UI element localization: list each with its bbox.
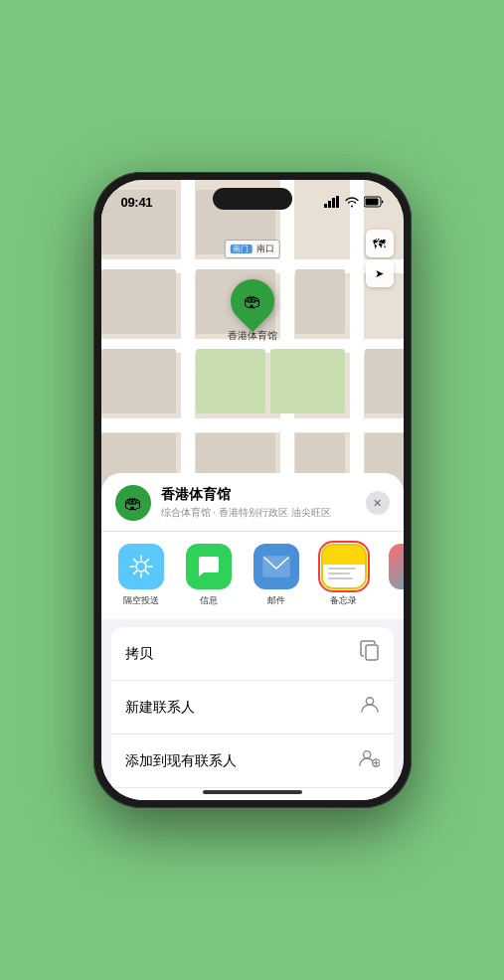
airdrop-label: 隔空投送 xyxy=(123,594,159,607)
block6 xyxy=(101,269,176,334)
svg-point-9 xyxy=(366,698,373,705)
phone-frame: 09:41 xyxy=(93,172,412,808)
venue-header: 🏟 香港体育馆 综合体育馆 · 香港特别行政区 油尖旺区 ✕ xyxy=(101,473,404,531)
svg-rect-1 xyxy=(328,201,331,208)
home-indicator xyxy=(203,790,302,794)
notes-label: 备忘录 xyxy=(330,594,357,607)
share-item-airdrop[interactable]: 隔空投送 xyxy=(111,544,171,607)
map-area: 南门 南口 🗺 ➤ 🏟 香港体育馆 xyxy=(101,180,404,498)
marker-icon: 🏟 xyxy=(244,291,261,312)
block7 xyxy=(101,349,176,413)
svg-rect-5 xyxy=(365,199,378,206)
dynamic-island xyxy=(213,188,292,210)
messages-icon xyxy=(186,544,232,589)
map-label-south: 南门 南口 xyxy=(224,240,280,258)
share-item-notes[interactable]: 备忘录 xyxy=(314,544,374,607)
venue-icon: 🏟 xyxy=(115,485,151,521)
wifi-icon xyxy=(345,197,359,208)
copy-icon xyxy=(360,640,380,667)
svg-rect-3 xyxy=(336,196,339,208)
action-copy[interactable]: 拷贝 xyxy=(111,627,394,681)
block2 xyxy=(295,269,345,334)
mail-label: 邮件 xyxy=(267,594,285,607)
venue-name: 香港体育馆 xyxy=(161,486,356,504)
phone-screen: 09:41 xyxy=(101,180,404,800)
person-icon xyxy=(360,694,380,721)
share-row: 隔空投送 信息 xyxy=(101,531,404,619)
more-icon xyxy=(389,544,404,589)
location-button[interactable]: ➤ xyxy=(366,259,394,287)
signal-icon xyxy=(324,196,340,208)
battery-icon xyxy=(364,196,384,208)
status-icons xyxy=(324,196,384,208)
share-item-mail[interactable]: 邮件 xyxy=(247,544,306,607)
block3 xyxy=(196,349,265,413)
action-add-existing[interactable]: 添加到现有联系人 xyxy=(111,735,394,788)
road-v1 xyxy=(181,180,195,498)
action-list: 拷贝 新建联系人 xyxy=(111,627,394,800)
svg-rect-8 xyxy=(366,645,378,660)
location-marker: 🏟 香港体育馆 xyxy=(228,279,277,343)
action-add-existing-label: 添加到现有联系人 xyxy=(125,752,237,770)
messages-label: 信息 xyxy=(200,594,218,607)
action-copy-label: 拷贝 xyxy=(125,645,153,663)
block9 xyxy=(365,349,404,413)
action-new-contact-label: 新建联系人 xyxy=(125,699,195,717)
person-add-icon xyxy=(358,747,380,774)
venue-info: 香港体育馆 综合体育馆 · 香港特别行政区 油尖旺区 xyxy=(161,486,356,520)
map-type-button[interactable]: 🗺 xyxy=(366,230,394,257)
svg-rect-0 xyxy=(324,204,327,208)
block8 xyxy=(270,349,345,413)
close-button[interactable]: ✕ xyxy=(366,491,390,515)
road-v3 xyxy=(350,180,364,498)
road-v2 xyxy=(280,180,294,498)
svg-point-6 xyxy=(136,562,146,572)
svg-point-10 xyxy=(363,751,370,758)
airdrop-icon xyxy=(118,544,164,589)
map-controls[interactable]: 🗺 ➤ xyxy=(366,230,394,287)
share-item-messages[interactable]: 信息 xyxy=(179,544,239,607)
share-item-more[interactable]: 推 xyxy=(382,544,404,607)
marker-pin: 🏟 xyxy=(221,270,282,332)
bottom-sheet: 🏟 香港体育馆 综合体育馆 · 香港特别行政区 油尖旺区 ✕ xyxy=(101,473,404,800)
action-new-contact[interactable]: 新建联系人 xyxy=(111,681,394,735)
status-time: 09:41 xyxy=(121,195,153,210)
map-background: 南门 南口 🗺 ➤ 🏟 香港体育馆 xyxy=(101,180,404,498)
notes-icon xyxy=(321,544,367,589)
venue-description: 综合体育馆 · 香港特别行政区 油尖旺区 xyxy=(161,506,356,520)
svg-rect-2 xyxy=(332,198,335,208)
mail-icon xyxy=(253,544,299,589)
